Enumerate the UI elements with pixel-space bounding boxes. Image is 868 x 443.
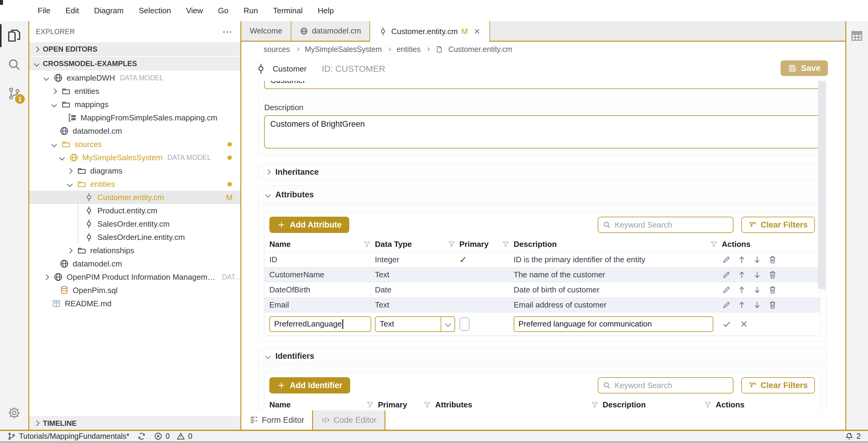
identifiers-clear-filters-button[interactable]: Clear Filters	[741, 377, 815, 393]
tree-item-product-entity[interactable]: Product.entity.cm	[29, 204, 240, 217]
workspace-section[interactable]: CROSSMODEL-EXAMPLES	[29, 57, 240, 70]
add-identifier-button[interactable]: Add Identifier	[269, 377, 350, 393]
filter-icon[interactable]	[591, 401, 599, 409]
code-editor-tab[interactable]: Code Editor	[313, 410, 385, 430]
entity-name-input[interactable]	[264, 81, 820, 89]
tree-item-diagrams[interactable]: diagrams	[29, 164, 240, 177]
filter-icon[interactable]	[363, 240, 371, 249]
attribute-row-email[interactable]: Email Text Email address of customer	[265, 298, 820, 313]
description-textarea[interactable]: Customers of BrightGreen	[264, 115, 820, 148]
tree-item-mysimplesalessystem[interactable]: MySimpleSalesSystem DATA MODEL	[29, 151, 240, 164]
menu-file[interactable]: File	[30, 6, 58, 16]
explorer-activity-button[interactable]	[0, 21, 28, 50]
table-view-button[interactable]	[850, 29, 864, 43]
edit-icon[interactable]	[722, 300, 731, 309]
tree-item-datamodel-dwh[interactable]: datamodel.cm	[29, 124, 240, 138]
edit-icon[interactable]	[722, 270, 731, 279]
branch-indicator[interactable]: Tutorials/MappingFundamentals*	[7, 432, 129, 441]
tree-item-mapping-file[interactable]: MappingFromSimpleSales.mapping.cm	[29, 111, 240, 124]
tree-item-exampledwh[interactable]: exampleDWH DATA MODEL	[29, 71, 240, 85]
move-up-icon[interactable]	[737, 255, 746, 264]
attributes-section-header[interactable]: Attributes	[258, 185, 826, 204]
menu-selection[interactable]: Selection	[131, 6, 179, 16]
timeline-section[interactable]: TIMELINE	[29, 416, 240, 430]
confirm-icon[interactable]	[722, 319, 732, 329]
explorer-editor-divider[interactable]	[240, 21, 241, 430]
menu-edit[interactable]: Edit	[58, 6, 87, 16]
move-up-icon[interactable]	[737, 270, 746, 279]
tab-datamodel[interactable]: datamodel.cm	[291, 21, 370, 42]
tree-item-datamodel-sources[interactable]: datamodel.cm	[29, 257, 240, 270]
save-button[interactable]: Save	[780, 60, 828, 76]
sync-button[interactable]	[137, 432, 146, 441]
breadcrumb-model[interactable]: MySimpleSalesSystem	[305, 45, 382, 54]
move-up-icon[interactable]	[737, 285, 746, 295]
tree-item-relationships[interactable]: relationships	[29, 244, 240, 257]
edit-icon[interactable]	[722, 285, 731, 295]
identifiers-search-input[interactable]	[615, 381, 728, 390]
tree-item-readme[interactable]: README.md	[29, 297, 240, 310]
new-attribute-name-input[interactable]: PreferredLanguage	[269, 316, 371, 332]
menu-help[interactable]: Help	[310, 6, 341, 16]
tree-item-customer-entity[interactable]: Customer.entity.cm M	[29, 191, 240, 204]
problems-indicator[interactable]: 0 0	[154, 432, 192, 441]
breadcrumb-sources[interactable]: sources	[264, 45, 290, 54]
tree-item-entities-dwh[interactable]: entities	[29, 85, 240, 98]
delete-icon[interactable]	[768, 300, 777, 309]
new-attribute-primary-checkbox[interactable]	[459, 317, 470, 331]
move-down-icon[interactable]	[752, 270, 762, 279]
form-scroll-area[interactable]: Description Customers of BrightGreen Inh…	[241, 81, 845, 410]
tree-item-salesorderline-entity[interactable]: SalesOrderLine.entity.cm	[29, 231, 240, 244]
move-up-icon[interactable]	[737, 300, 746, 309]
menu-diagram[interactable]: Diagram	[87, 6, 131, 16]
delete-icon[interactable]	[768, 270, 777, 279]
filter-icon[interactable]	[366, 401, 374, 409]
tree-item-openpim[interactable]: OpenPIM Product Information Management D…	[29, 270, 240, 284]
attributes-search-input[interactable]	[615, 220, 728, 230]
filter-icon[interactable]	[704, 401, 712, 409]
attribute-row-id[interactable]: ID Integer ✓ ID is the primary identifie…	[265, 252, 820, 267]
tab-customer-entity[interactable]: Customer.entity.cm M	[370, 21, 490, 42]
add-attribute-button[interactable]: Add Attribute	[269, 217, 349, 233]
settings-button[interactable]	[0, 401, 28, 425]
form-editor-tab[interactable]: Form Editor	[241, 410, 313, 430]
close-icon[interactable]	[473, 27, 481, 35]
menu-terminal[interactable]: Terminal	[266, 6, 310, 16]
move-down-icon[interactable]	[752, 255, 762, 264]
delete-icon[interactable]	[768, 255, 777, 264]
menu-view[interactable]: View	[179, 6, 211, 16]
editor-rightpanel-divider[interactable]	[845, 21, 846, 430]
open-editors-section[interactable]: OPEN EDITORS	[29, 42, 240, 56]
more-actions-icon[interactable]: ⋯	[222, 29, 233, 35]
edit-icon[interactable]	[722, 255, 731, 264]
attribute-row-customername[interactable]: CustomerName Text The name of the custom…	[265, 267, 820, 283]
tree-item-mappings[interactable]: mappings	[29, 98, 240, 111]
identifiers-section-header[interactable]: Identifiers	[258, 348, 826, 365]
menu-go[interactable]: Go	[211, 6, 236, 16]
delete-icon[interactable]	[768, 285, 777, 295]
filter-icon[interactable]	[423, 401, 432, 409]
attribute-row-dateofbirth[interactable]: DateOfBirth Date Date of birth of custom…	[265, 283, 820, 298]
breadcrumb-entities[interactable]: entities	[397, 45, 421, 54]
source-control-activity-button[interactable]: 1	[0, 79, 28, 108]
tab-welcome[interactable]: Welcome	[241, 21, 291, 42]
scrollbar-thumb[interactable]	[818, 81, 826, 289]
new-attribute-type-select[interactable]: Text	[375, 316, 455, 332]
move-down-icon[interactable]	[752, 300, 762, 309]
new-attribute-description-input[interactable]: Preferred language for communication	[514, 316, 713, 332]
tree-item-sources[interactable]: sources	[29, 138, 240, 151]
move-down-icon[interactable]	[752, 285, 762, 295]
search-activity-button[interactable]	[0, 50, 28, 79]
attributes-clear-filters-button[interactable]: Clear Filters	[741, 217, 815, 233]
filter-icon[interactable]	[501, 240, 510, 249]
menu-run[interactable]: Run	[236, 6, 266, 16]
filter-icon[interactable]	[447, 240, 456, 249]
inheritance-section[interactable]: Inheritance	[258, 163, 826, 181]
filter-icon[interactable]	[710, 240, 718, 249]
tree-item-entities-sources[interactable]: entities	[29, 177, 240, 191]
breadcrumb-file[interactable]: Customer.entity.cm	[448, 45, 512, 54]
tree-item-salesorder-entity[interactable]: SalesOrder.entity.cm	[29, 217, 240, 231]
tree-item-openpim-sql[interactable]: OpenPim.sql	[29, 284, 240, 297]
cancel-icon[interactable]	[739, 319, 749, 329]
notifications-indicator[interactable]: 2	[845, 432, 861, 441]
